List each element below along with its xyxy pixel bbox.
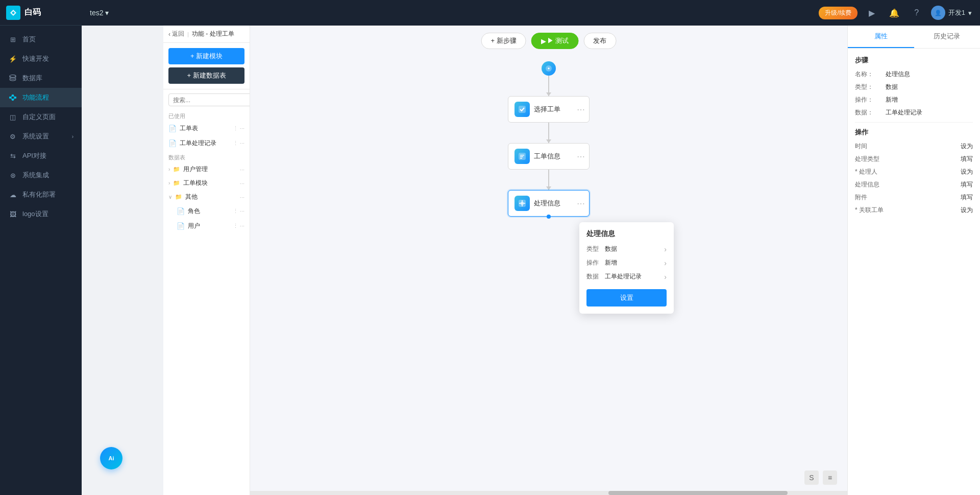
node-icon-2 (514, 149, 530, 164)
right-handler-value: 设为 (961, 168, 973, 176)
right-data-value: 工单处理记录 (886, 108, 973, 117)
bottom-right-icons: S ≡ (804, 470, 837, 485)
canvas-scrollbar-thumb[interactable] (608, 491, 788, 495)
user-arrow: ▾ (968, 9, 972, 17)
node-label-3: 处理信息 (534, 199, 583, 208)
panel-group-order-module[interactable]: › 📁 工单模块 ··· (163, 176, 250, 190)
sidebar-item-custom-page[interactable]: ◫ 自定义页面 (0, 107, 82, 127)
panel-group-user-mgmt[interactable]: › 📁 用户管理 ··· (163, 162, 250, 176)
svg-rect-4 (14, 97, 16, 99)
new-step-button[interactable]: + 新步骤 (481, 33, 526, 49)
svg-line-8 (14, 98, 14, 100)
zoom-out-icon[interactable]: S (804, 470, 819, 485)
node-menu-1[interactable]: ⋯ (577, 105, 585, 114)
bell-button[interactable]: 🔔 (886, 5, 902, 21)
user-avatar: 👤 (931, 6, 945, 20)
sidebar-item-api-label: API对接 (22, 151, 46, 160)
sidebar-item-quick-dev-label: 快速开发 (22, 54, 49, 63)
panel-item-order-table[interactable]: 📄 工单表 ⋮ ··· (163, 121, 250, 136)
right-panel-tabs: 属性 历史记录 (848, 26, 980, 49)
sidebar-item-api[interactable]: ⇆ API对接 (0, 146, 82, 166)
app-logo-text: 白码 (24, 7, 41, 18)
right-op-row-time: 时间 设为 (855, 142, 973, 151)
sidebar-item-custom-page-label: 自定义页面 (22, 112, 56, 122)
right-type-label: 类型： (855, 83, 886, 91)
home-icon: ⊞ (8, 35, 17, 44)
flow-node-select-order[interactable]: 选择工单 ⋯ (508, 96, 590, 123)
right-op-row-process-type: 处理类型 填写 (855, 155, 973, 163)
svg-rect-14 (520, 158, 522, 159)
popup-card: 处理信息 类型 数据 › 操作 新增 › 数据 工单处理记录 › 设置 (579, 222, 674, 314)
svg-point-16 (521, 202, 524, 205)
project-name[interactable]: tes2 ▾ (90, 9, 109, 17)
panel-item-order-record[interactable]: 📄 工单处理记录 ⋮ ··· (163, 136, 250, 151)
right-type-value: 数据 (886, 83, 973, 91)
panel-item-role[interactable]: 📄 角色 ⋮ ··· (163, 204, 250, 219)
svg-rect-10 (519, 106, 526, 113)
node-menu-3[interactable]: ⋯ (577, 199, 585, 208)
file-icon-3: 📄 (177, 207, 185, 215)
right-time-label: 时间 (855, 142, 961, 151)
panel-item-user[interactable]: 📄 用户 ⋮ ··· (163, 219, 250, 233)
sidebar-item-home-label: 首页 (22, 35, 36, 44)
popup-type-arrow[interactable]: › (664, 245, 667, 253)
search-input[interactable] (168, 93, 250, 106)
canvas-scrollbar[interactable] (250, 491, 847, 495)
sidebar-item-sys-settings[interactable]: ⚙ 系统设置 › (0, 127, 82, 146)
api-icon: ⇆ (8, 151, 17, 160)
right-op-section: 操作 时间 设为 处理类型 填写 * 处理人 设为 处理信息 填写 (855, 128, 973, 215)
zoom-in-icon[interactable]: ≡ (823, 470, 837, 485)
sidebar-item-func-flow-label: 功能流程 (22, 93, 49, 102)
tab-history[interactable]: 历史记录 (914, 26, 981, 48)
right-time-value: 设为 (961, 142, 973, 151)
topbar: tes2 ▾ 升级/续费 ▶ 🔔 ? 👤 开发1 ▾ (82, 0, 980, 26)
sidebar-item-func-flow[interactable]: 功能流程 (0, 88, 82, 107)
user-button[interactable]: 👤 开发1 ▾ (931, 6, 972, 20)
node-menu-2[interactable]: ⋯ (577, 152, 585, 161)
sidebar-item-logo-settings[interactable]: 🖼 logo设置 (0, 204, 82, 224)
tab-attrs[interactable]: 属性 (848, 26, 914, 48)
data-table-divider: 数据表 (163, 151, 250, 162)
svg-rect-2 (12, 95, 14, 97)
svg-line-6 (11, 98, 12, 100)
play-button[interactable]: ▶ (864, 5, 880, 21)
help-button[interactable]: ? (909, 5, 925, 21)
popup-set-button[interactable]: 设置 (586, 289, 667, 307)
file-icon-2: 📄 (168, 139, 177, 147)
new-data-button[interactable]: + 新建数据表 (168, 67, 244, 84)
sidebar-item-home[interactable]: ⊞ 首页 (0, 30, 82, 49)
flow-node-order-info[interactable]: 工单信息 ⋯ (508, 143, 590, 170)
popup-op-arrow[interactable]: › (664, 259, 667, 267)
sys-integration-icon: ⊛ (8, 171, 17, 180)
popup-op-value: 新增 (605, 258, 664, 267)
test-button[interactable]: ▶ ▶ 测试 (531, 33, 579, 49)
canvas-area: + 新步骤 ▶ ▶ 测试 发布 (250, 26, 847, 495)
sidebar-item-quick-dev[interactable]: ⚡ 快速开发 (0, 49, 82, 68)
popup-op-label: 操作 (586, 258, 605, 267)
back-button[interactable]: ‹ 返回 (168, 30, 184, 38)
quick-dev-icon: ⚡ (8, 54, 17, 63)
publish-button[interactable]: 发布 (583, 33, 616, 49)
chevron-right-icon-1: › (168, 167, 170, 172)
sidebar-item-private-deploy[interactable]: ☁ 私有化部署 (0, 185, 82, 204)
sidebar: 白码 ⊞ 首页 ⚡ 快速开发 数据库 (0, 0, 82, 495)
logo-settings-icon: 🖼 (8, 209, 17, 219)
private-deploy-icon: ☁ (8, 190, 17, 199)
right-handler-label: * 处理人 (855, 168, 961, 176)
role-label: 角色 (188, 207, 230, 216)
left-panel: ‹ 返回 | 功能 - 处理工单 + 新建模块 + 新建数据表 🔍 已使用 📄 … (163, 26, 250, 495)
upgrade-button[interactable]: 升级/续费 (819, 7, 857, 19)
new-module-button[interactable]: + 新建模块 (168, 48, 244, 64)
svg-line-7 (14, 96, 14, 98)
popup-data-arrow[interactable]: › (664, 273, 667, 281)
canvas-toolbar: + 新步骤 ▶ ▶ 测试 发布 (481, 33, 617, 49)
sidebar-item-database[interactable]: 数据库 (0, 68, 82, 88)
group-other-actions: ··· (240, 194, 244, 200)
right-row-type: 类型： 数据 (855, 83, 973, 91)
panel-group-other[interactable]: ∨ 📁 其他 ··· (163, 190, 250, 204)
right-divider (855, 122, 973, 123)
sidebar-item-sys-integration[interactable]: ⊛ 系统集成 (0, 166, 82, 185)
flow-node-process-info[interactable]: 处理信息 ⋯ (508, 190, 590, 217)
right-row-data: 数据： 工单处理记录 (855, 108, 973, 117)
right-row-op: 操作： 新增 (855, 96, 973, 104)
